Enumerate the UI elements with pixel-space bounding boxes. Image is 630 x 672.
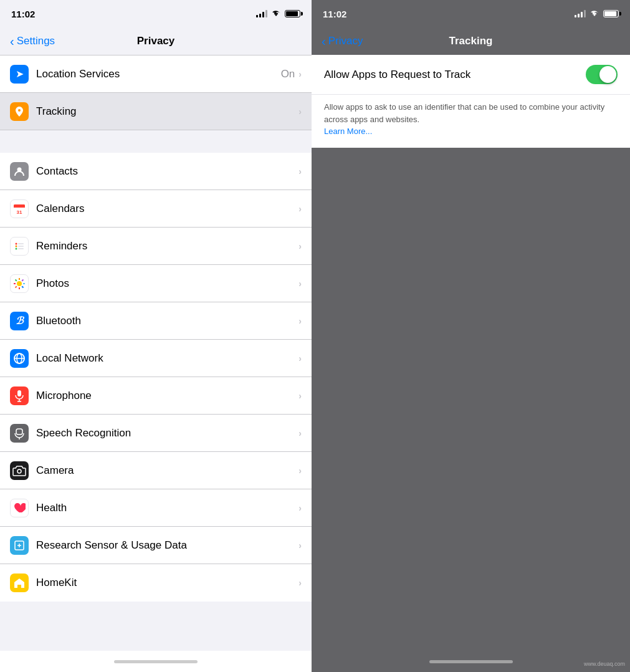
location-services-chevron: › — [298, 69, 302, 79]
photos-chevron: › — [298, 279, 302, 289]
calendars-chevron: › — [298, 204, 302, 214]
local-network-chevron: › — [298, 353, 302, 363]
svg-point-9 — [16, 247, 17, 249]
row-calendars[interactable]: 31 Calendars › — [0, 190, 312, 228]
homekit-label: HomeKit — [36, 577, 298, 589]
row-reminders[interactable]: Reminders › — [0, 228, 312, 265]
right-status-bar: 11:02 — [312, 0, 630, 27]
row-tracking[interactable]: Tracking › — [0, 93, 312, 130]
left-home-indicator — [114, 660, 198, 663]
reminders-label: Reminders — [36, 240, 298, 252]
left-nav-title: Privacy — [137, 35, 175, 47]
reminders-icon — [10, 237, 29, 256]
back-label: Settings — [17, 35, 55, 47]
svg-point-8 — [16, 245, 17, 247]
right-wifi-icon — [589, 8, 599, 19]
right-back-button[interactable]: ‹ Privacy — [322, 35, 363, 47]
row-contacts[interactable]: Contacts › — [0, 153, 312, 190]
speech-recognition-label: Speech Recognition — [36, 427, 298, 439]
health-icon — [10, 499, 29, 517]
right-body — [312, 148, 630, 651]
right-back-chevron-icon: ‹ — [322, 35, 326, 47]
row-health[interactable]: Health › — [0, 489, 312, 527]
right-status-time: 11:02 — [323, 9, 346, 19]
photos-label: Photos — [36, 277, 298, 290]
svg-line-21 — [16, 286, 17, 287]
research-sensor-icon — [10, 536, 29, 555]
svg-line-20 — [22, 279, 23, 281]
svg-text:31: 31 — [17, 209, 22, 215]
row-local-network[interactable]: Local Network › — [0, 340, 312, 377]
svg-rect-10 — [18, 243, 24, 244]
svg-rect-11 — [18, 246, 24, 247]
contacts-icon — [10, 162, 29, 181]
tracking-toggle-row: Allow Apps to Request to Track — [312, 55, 630, 94]
local-network-label: Local Network — [36, 352, 298, 365]
left-status-icons — [256, 9, 300, 19]
row-location-services[interactable]: ➤ Location Services On › — [0, 55, 312, 93]
left-status-bar: 11:02 — [0, 0, 312, 27]
tracking-card: Allow Apps to Request to Track Allow app… — [312, 55, 630, 148]
right-home-indicator-bar — [312, 651, 630, 672]
right-status-icons — [575, 8, 619, 19]
left-status-time: 11:02 — [11, 9, 35, 19]
bluetooth-chevron: › — [298, 316, 302, 326]
left-back-button[interactable]: ‹ Settings — [10, 35, 55, 47]
right-signal-icon — [575, 10, 586, 17]
svg-point-7 — [16, 242, 17, 244]
health-label: Health — [36, 502, 298, 514]
speech-recognition-chevron: › — [298, 428, 302, 438]
svg-point-13 — [17, 281, 22, 286]
research-sensor-chevron: › — [298, 540, 302, 550]
calendars-icon: 31 — [10, 199, 29, 218]
signal-icon — [256, 10, 267, 17]
location-services-label: Location Services — [36, 68, 281, 80]
tracking-icon — [10, 102, 29, 121]
contacts-label: Contacts — [36, 165, 298, 178]
photos-icon — [10, 274, 29, 293]
microphone-label: Microphone — [36, 390, 298, 402]
row-camera[interactable]: Camera › — [0, 452, 312, 489]
left-nav-bar: ‹ Settings Privacy — [0, 27, 312, 55]
row-photos[interactable]: Photos › — [0, 265, 312, 302]
tracking-description: Allow apps to ask to use an identifier t… — [312, 94, 630, 148]
row-homekit[interactable]: HomeKit › — [0, 564, 312, 602]
right-back-label: Privacy — [328, 35, 363, 47]
right-nav-title: Tracking — [449, 35, 493, 47]
bluetooth-label: Bluetooth — [36, 315, 298, 327]
toggle-thumb — [599, 66, 616, 83]
battery-icon — [285, 10, 300, 17]
bluetooth-icon: ℬ — [10, 312, 29, 330]
row-bluetooth[interactable]: ℬ Bluetooth › — [0, 302, 312, 340]
svg-line-19 — [22, 286, 23, 287]
allow-apps-toggle[interactable] — [586, 65, 618, 84]
camera-label: Camera — [36, 464, 298, 477]
location-services-icon: ➤ — [10, 65, 29, 84]
wifi-icon — [271, 9, 281, 19]
settings-list[interactable]: ➤ Location Services On › Tracking › Cont… — [0, 55, 312, 651]
health-chevron: › — [298, 503, 302, 513]
row-microphone[interactable]: Microphone › — [0, 377, 312, 415]
research-sensor-label: Research Sensor & Usage Data — [36, 539, 298, 552]
right-panel: 11:02 ‹ Privacy Tracking Allow Apps t — [312, 0, 630, 672]
local-network-icon — [10, 349, 29, 368]
right-nav-bar: ‹ Privacy Tracking — [312, 27, 630, 55]
learn-more-link[interactable]: Learn More... — [324, 127, 372, 136]
contacts-chevron: › — [298, 166, 302, 176]
watermark: www.deuaq.com — [584, 661, 625, 667]
tracking-desc-text: Allow apps to ask to use an identifier t… — [324, 102, 604, 124]
camera-chevron: › — [298, 466, 302, 476]
svg-point-30 — [17, 469, 21, 473]
svg-rect-12 — [18, 248, 24, 249]
row-speech-recognition[interactable]: Speech Recognition › — [0, 415, 312, 452]
svg-line-18 — [16, 279, 17, 281]
calendars-label: Calendars — [36, 203, 298, 215]
reminders-chevron: › — [298, 241, 302, 251]
section-gap-1 — [0, 130, 312, 153]
camera-icon — [10, 461, 29, 480]
microphone-icon — [10, 386, 29, 405]
svg-rect-25 — [17, 390, 21, 396]
speech-recognition-icon — [10, 424, 29, 443]
svg-rect-28 — [16, 429, 22, 434]
row-research-sensor[interactable]: Research Sensor & Usage Data › — [0, 527, 312, 564]
